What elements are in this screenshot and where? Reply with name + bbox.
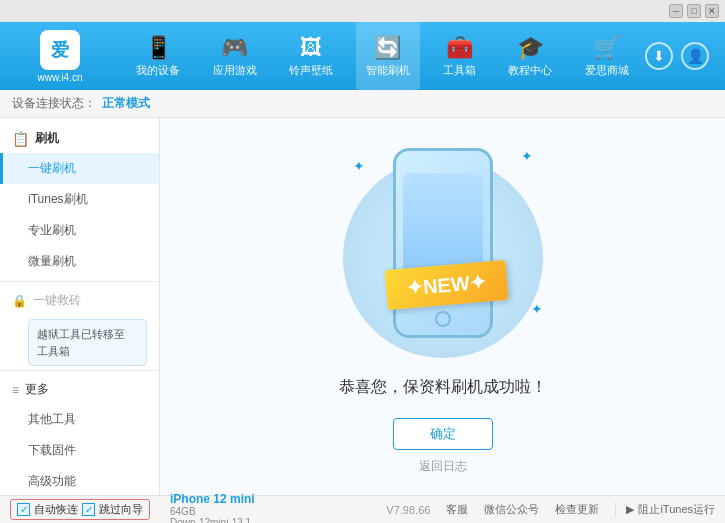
- title-bar: ─ □ ✕: [0, 0, 725, 22]
- confirm-button[interactable]: 确定: [393, 418, 493, 450]
- bottom-left: ✓ 自动恢连 ✓ 跳过向导 iPhone 12 mini 64GB Down-1…: [10, 492, 386, 524]
- sidebar-divider-2: [0, 370, 159, 371]
- nav-items: 📱 我的设备 🎮 应用游戏 🖼 铃声壁纸 🔄 智能刷机 🧰 工具箱 🎓 教程中心…: [120, 22, 645, 90]
- check-update-link[interactable]: 检查更新: [555, 502, 599, 517]
- sidebar-item-one-key-flash[interactable]: 一键刷机: [0, 153, 159, 184]
- tutorial-label: 教程中心: [508, 63, 552, 78]
- status-bar: 设备连接状态： 正常模式: [0, 90, 725, 118]
- status-label: 设备连接状态：: [12, 95, 96, 112]
- auto-connect-checkbox[interactable]: ✓: [17, 503, 30, 516]
- device-info: iPhone 12 mini 64GB Down-12mini-13,1: [170, 492, 255, 524]
- skip-wizard-label: 跳过向导: [99, 502, 143, 517]
- more-icon: ≡: [12, 383, 19, 397]
- success-text: 恭喜您，保资料刷机成功啦！: [339, 377, 547, 398]
- nav-item-tutorial[interactable]: 🎓 教程中心: [498, 22, 562, 90]
- wallpaper-icon: 🖼: [300, 35, 322, 61]
- apps-games-icon: 🎮: [221, 35, 248, 61]
- nav-item-mall[interactable]: 🛒 爱思商城: [575, 22, 639, 90]
- header-right: ⬇ 👤: [645, 42, 725, 70]
- star-icon-1: ✦: [353, 158, 365, 174]
- tutorial-icon: 🎓: [517, 35, 544, 61]
- phone-home-button: [435, 311, 451, 327]
- bottom-bar: ✓ 自动恢连 ✓ 跳过向导 iPhone 12 mini 64GB Down-1…: [0, 495, 725, 523]
- sidebar-item-other-tools[interactable]: 其他工具: [0, 404, 159, 435]
- my-device-label: 我的设备: [136, 63, 180, 78]
- customer-service-link[interactable]: 客服: [446, 502, 468, 517]
- user-button[interactable]: 👤: [681, 42, 709, 70]
- device-storage: 64GB: [170, 506, 255, 517]
- lock-icon: 🔒: [12, 294, 27, 308]
- sidebar: 📋 刷机 一键刷机 iTunes刷机 专业刷机 微量刷机 🔒 一键救砖 越狱工具…: [0, 118, 160, 495]
- logo-text: www.i4.cn: [37, 72, 82, 83]
- nav-item-my-device[interactable]: 📱 我的设备: [126, 22, 190, 90]
- minimize-button[interactable]: ─: [669, 4, 683, 18]
- jailbreak-note: 越狱工具已转移至工具箱: [28, 319, 147, 366]
- apps-games-label: 应用游戏: [213, 63, 257, 78]
- auto-connect-label: 自动恢连: [34, 502, 78, 517]
- flash-section-icon: 📋: [12, 131, 29, 147]
- version-text: V7.98.66: [386, 504, 430, 516]
- star-icon-2: ✦: [521, 148, 533, 164]
- toolbox-label: 工具箱: [443, 63, 476, 78]
- phone-illustration: ✦ ✦ ✦ ✦NEW✦: [333, 138, 553, 377]
- sidebar-item-download-firmware[interactable]: 下载固件: [0, 435, 159, 466]
- header: 爱 www.i4.cn 📱 我的设备 🎮 应用游戏 🖼 铃声壁纸 🔄 智能刷机 …: [0, 22, 725, 90]
- status-value: 正常模式: [102, 95, 150, 112]
- mall-label: 爱思商城: [585, 63, 629, 78]
- main-layout: 📋 刷机 一键刷机 iTunes刷机 专业刷机 微量刷机 🔒 一键救砖 越狱工具…: [0, 118, 725, 495]
- sidebar-one-key-rescue: 🔒 一键救砖: [0, 286, 159, 315]
- nav-item-toolbox[interactable]: 🧰 工具箱: [433, 22, 486, 90]
- more-section-header: ≡ 更多: [0, 375, 159, 404]
- sidebar-item-pro-flash[interactable]: 专业刷机: [0, 215, 159, 246]
- stop-itunes-icon: ▶: [626, 503, 634, 516]
- content-area: ✦ ✦ ✦ ✦NEW✦ 恭喜您，保资料刷机成功啦！ 确定 返回日志: [160, 118, 725, 495]
- flash-section-label: 刷机: [35, 130, 59, 147]
- logo-area: 爱 www.i4.cn: [0, 30, 120, 83]
- bottom-right: V7.98.66 客服 微信公众号 检查更新 ▶ 阻止iTunes运行: [386, 502, 715, 517]
- checkbox-area: ✓ 自动恢连 ✓ 跳过向导: [10, 499, 150, 520]
- device-version: Down-12mini-13,1: [170, 517, 255, 524]
- skip-wizard-checkbox[interactable]: ✓: [82, 503, 95, 516]
- sidebar-item-itunes-flash[interactable]: iTunes刷机: [0, 184, 159, 215]
- sidebar-divider-1: [0, 281, 159, 282]
- restore-button[interactable]: □: [687, 4, 701, 18]
- logo-icon: 爱: [40, 30, 80, 70]
- smart-flash-label: 智能刷机: [366, 63, 410, 78]
- flash-section-header: 📋 刷机: [0, 124, 159, 153]
- wallpaper-label: 铃声壁纸: [289, 63, 333, 78]
- nav-item-smart-flash[interactable]: 🔄 智能刷机: [356, 22, 420, 90]
- close-button[interactable]: ✕: [705, 4, 719, 18]
- my-device-icon: 📱: [145, 35, 172, 61]
- star-icon-3: ✦: [531, 301, 543, 317]
- mall-icon: 🛒: [593, 35, 620, 61]
- back-link[interactable]: 返回日志: [419, 458, 467, 475]
- sidebar-item-downgrade-flash[interactable]: 微量刷机: [0, 246, 159, 277]
- stop-itunes-button[interactable]: ▶ 阻止iTunes运行: [615, 502, 715, 517]
- flash-section: 📋 刷机 一键刷机 iTunes刷机 专业刷机 微量刷机: [0, 124, 159, 277]
- toolbox-icon: 🧰: [446, 35, 473, 61]
- device-name: iPhone 12 mini: [170, 492, 255, 506]
- nav-item-wallpaper[interactable]: 🖼 铃声壁纸: [279, 22, 343, 90]
- smart-flash-icon: 🔄: [374, 35, 401, 61]
- wechat-public-link[interactable]: 微信公众号: [484, 502, 539, 517]
- nav-item-apps-games[interactable]: 🎮 应用游戏: [203, 22, 267, 90]
- download-button[interactable]: ⬇: [645, 42, 673, 70]
- phone-body: ✦NEW✦: [393, 148, 493, 338]
